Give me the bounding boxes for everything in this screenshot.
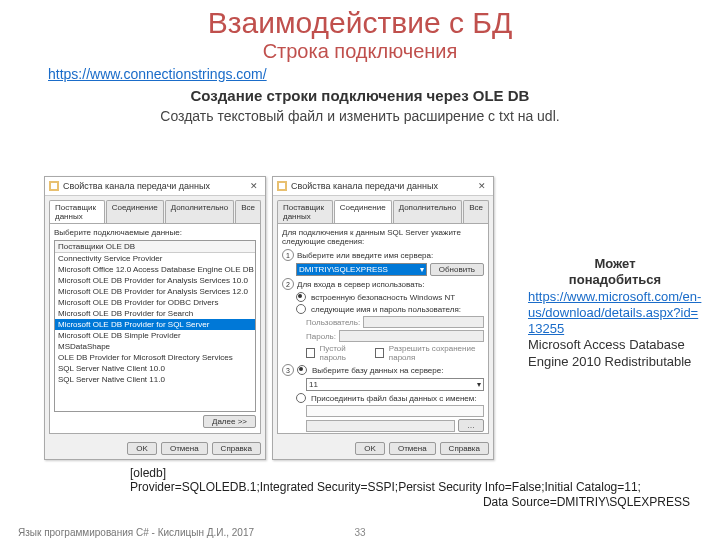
side-text: Microsoft Access Database Engine 2010 Re…: [528, 337, 702, 370]
list-item[interactable]: Microsoft Office 12.0 Access Database En…: [55, 264, 255, 275]
step-1-icon: 1: [282, 249, 294, 261]
dlg2-tabs: Поставщик данных Соединение Дополнительн…: [273, 196, 493, 223]
tab-advanced[interactable]: Дополнительно: [393, 200, 463, 223]
radio-db[interactable]: [297, 365, 307, 375]
savepwd-label: Разрешить сохранение пароля: [389, 344, 484, 362]
app-icon: [277, 181, 287, 191]
code-line-2: Provider=SQLOLEDB.1;Integrated Security=…: [130, 480, 690, 494]
dlg2-tabpage: Для подключения к данным SQL Server укаж…: [277, 223, 489, 434]
app-icon: [49, 181, 59, 191]
connstrings-link[interactable]: https://www.connectionstrings.com/: [48, 66, 267, 82]
dlg-connection-title: Свойства канала передачи данных: [291, 181, 438, 191]
dlg1-label: Выберите подключаемые данные:: [54, 228, 256, 237]
ok-button[interactable]: OK: [355, 442, 385, 455]
browse-button[interactable]: …: [458, 419, 484, 432]
radio-userpwd[interactable]: [296, 304, 306, 314]
svg-rect-3: [279, 183, 285, 189]
list-item[interactable]: Microsoft OLE DB Provider for Analysis S…: [55, 275, 255, 286]
chk-savepwd: [375, 348, 384, 358]
tab-all[interactable]: Все: [463, 200, 489, 223]
list-item[interactable]: OLE DB Provider for Microsoft Directory …: [55, 352, 255, 363]
attach-file-input: [306, 420, 455, 432]
list-item[interactable]: Microsoft OLE DB Provider for ODBC Drive…: [55, 297, 255, 308]
list-item[interactable]: Microsoft OLE DB Simple Provider: [55, 330, 255, 341]
tab-connection[interactable]: Соединение: [334, 200, 392, 223]
step3-label: Выберите базу данных на сервере:: [312, 366, 443, 375]
dlg-provider: Свойства канала передачи данных ✕ Постав…: [44, 176, 266, 460]
svg-rect-1: [51, 183, 57, 189]
db-combo[interactable]: 11▾: [306, 378, 484, 391]
server-combo[interactable]: DMITRIY\SQLEXPRESS▾: [296, 263, 427, 276]
dlg-connection: Свойства канала передачи данных ✕ Постав…: [272, 176, 494, 460]
side-panel: Может понадобиться https://www.microsoft…: [528, 256, 702, 370]
provider-listbox[interactable]: Поставщики OLE DB Connectivity Service P…: [54, 240, 256, 412]
section-heading: Создание строки подключения через OLE DB: [0, 87, 720, 104]
test-button[interactable]: Проверить соединение: [380, 433, 484, 434]
dlg1-tabpage: Выберите подключаемые данные: Поставщики…: [49, 223, 261, 434]
dlg1-buttons: OK Отмена Справка: [45, 438, 265, 459]
dlg1-tabs: Поставщик данных Соединение Дополнительн…: [45, 196, 265, 223]
blankpwd-label: Пустой пароль: [320, 344, 365, 362]
help-button[interactable]: Справка: [212, 442, 261, 455]
pwd-input: [339, 330, 484, 342]
dlg-provider-title: Свойства канала передачи данных: [63, 181, 210, 191]
tab-provider[interactable]: Поставщик данных: [49, 200, 105, 223]
footer-text: Язык программирования C# - Кислицын Д.И.…: [18, 527, 254, 538]
slide-subtitle: Строка подключения: [0, 40, 720, 63]
close-icon[interactable]: ✕: [475, 179, 489, 193]
dlg2-intro: Для подключения к данным SQL Server укаж…: [282, 228, 484, 246]
step1-label: Выберите или введите имя сервера:: [297, 251, 433, 260]
chevron-down-icon: ▾: [420, 265, 424, 274]
page-number: 33: [354, 527, 365, 538]
instruction-text: Создать текстовый файл и изменить расшир…: [0, 108, 720, 124]
step2-label: Для входа в сервер использовать:: [297, 280, 425, 289]
list-item-selected[interactable]: Microsoft OLE DB Provider for SQL Server: [55, 319, 255, 330]
ok-button[interactable]: OK: [127, 442, 157, 455]
cancel-button[interactable]: Отмена: [161, 442, 208, 455]
dlg-connection-titlebar: Свойства канала передачи данных ✕: [273, 177, 493, 196]
code-line-3: Data Source=DMITRIY\SQLEXPRESS: [130, 495, 690, 509]
list-item[interactable]: SQL Server Native Client 10.0: [55, 363, 255, 374]
opt-b: следующие имя и пароль пользователя:: [311, 305, 461, 314]
side-h2: понадобиться: [528, 272, 702, 288]
cancel-button[interactable]: Отмена: [389, 442, 436, 455]
tab-advanced[interactable]: Дополнительно: [165, 200, 235, 223]
refresh-button[interactable]: Обновить: [430, 263, 484, 276]
opt-a: встроенную безопасность Windows NT: [311, 293, 455, 302]
list-item[interactable]: Microsoft OLE DB Provider for Analysis S…: [55, 286, 255, 297]
dlg-provider-titlebar: Свойства канала передачи данных ✕: [45, 177, 265, 196]
user-input: [363, 316, 484, 328]
list-item[interactable]: Microsoft OLE DB Provider for Search: [55, 308, 255, 319]
dialog-row: Свойства канала передачи данных ✕ Постав…: [44, 176, 494, 460]
tab-connection[interactable]: Соединение: [106, 200, 164, 223]
dlg2-buttons: OK Отмена Справка: [273, 438, 493, 459]
tab-all[interactable]: Все: [235, 200, 261, 223]
help-button[interactable]: Справка: [440, 442, 489, 455]
close-icon[interactable]: ✕: [247, 179, 261, 193]
radio-attach[interactable]: [296, 393, 306, 403]
chevron-down-icon: ▾: [477, 380, 481, 389]
list-item[interactable]: Connectivity Service Provider: [55, 253, 255, 264]
step-2-icon: 2: [282, 278, 294, 290]
list-item[interactable]: MSDataShape: [55, 341, 255, 352]
ms-download-link[interactable]: https://www.microsoft.com/en-us/download…: [528, 289, 701, 337]
user-label: Пользователь:: [306, 318, 360, 327]
list-item[interactable]: SQL Server Native Client 11.0: [55, 374, 255, 385]
slide-title: Взаимодействие с БД: [0, 6, 720, 40]
attach-label: Присоединить файл базы данных с именем:: [311, 394, 477, 403]
pwd-label: Пароль:: [306, 332, 336, 341]
attach-input[interactable]: [306, 405, 484, 417]
code-line-1: [oledb]: [130, 466, 690, 480]
list-header: Поставщики OLE DB: [55, 241, 255, 253]
code-block: [oledb] Provider=SQLOLEDB.1;Integrated S…: [130, 466, 690, 509]
next-button[interactable]: Далее >>: [203, 415, 256, 428]
tab-provider[interactable]: Поставщик данных: [277, 200, 333, 223]
radio-winnt[interactable]: [296, 292, 306, 302]
side-h1: Может: [528, 256, 702, 272]
step-3-icon: 3: [282, 364, 294, 376]
chk-blankpwd: [306, 348, 315, 358]
